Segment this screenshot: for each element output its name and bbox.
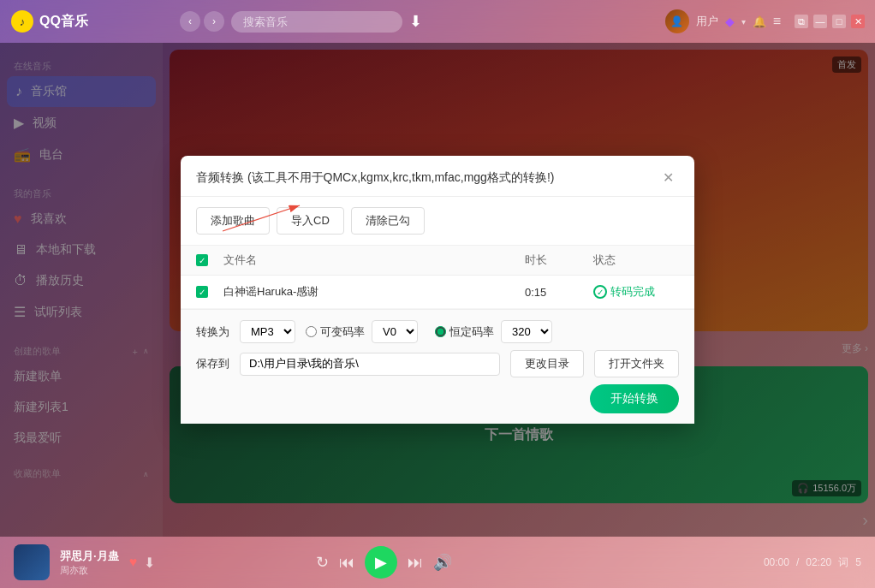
status-check-icon: ✓ bbox=[593, 285, 607, 299]
table-row: ✓ 白神谣Haruka-感谢 0:15 ✓ 转码完成 bbox=[181, 276, 694, 309]
window-controls: ⧉ — □ ✕ bbox=[795, 15, 865, 28]
player-action-icons: ♥ ⬇ bbox=[129, 555, 156, 571]
window-restore-button[interactable]: ⧉ bbox=[795, 15, 808, 28]
window-maximize-button[interactable]: □ bbox=[832, 15, 846, 28]
player-info: 羿思月·月蛊 周亦敌 bbox=[60, 549, 119, 577]
add-song-button[interactable]: 添加歌曲 bbox=[196, 207, 270, 235]
app-container: ♪ QQ音乐 ‹ › ⬇ 👤 用户 ◆ ▾ 🔔 ≡ ⧉ — □ ✕ bbox=[0, 0, 875, 588]
time-separator: / bbox=[796, 556, 799, 568]
player-controls: ↻ ⏮ ▶ ⏭ 🔊 bbox=[316, 546, 452, 579]
play-pause-button[interactable]: ▶ bbox=[365, 546, 397, 579]
status-text: 转码完成 bbox=[610, 284, 655, 300]
lyrics-button[interactable]: 词 bbox=[838, 555, 848, 570]
download-icon[interactable]: ⬇ bbox=[409, 12, 422, 31]
status-column-header: 状态 bbox=[593, 252, 679, 268]
nav-next-button[interactable]: › bbox=[204, 11, 224, 32]
constant-bitrate-radio[interactable] bbox=[435, 326, 446, 337]
modal-toolbar: 添加歌曲 导入CD 清除已勾 bbox=[181, 197, 694, 246]
import-cd-button[interactable]: 导入CD bbox=[277, 207, 344, 235]
qq-music-logo-icon: ♪ bbox=[10, 9, 34, 33]
status-badge: ✓ 转码完成 bbox=[593, 284, 679, 300]
window-minimize-button[interactable]: — bbox=[813, 15, 827, 28]
vip-diamond-icon[interactable]: ◆ bbox=[725, 15, 735, 28]
logo-area: ♪ QQ音乐 bbox=[10, 9, 173, 33]
time-total: 02:20 bbox=[806, 556, 831, 568]
audio-convert-modal: 音频转换 (该工具不用于QMCx,kgmx,krc,tkm,mfac,mgg格式… bbox=[181, 156, 694, 424]
change-dir-button[interactable]: 更改目录 bbox=[510, 350, 584, 377]
next-button[interactable]: ⏭ bbox=[408, 554, 423, 572]
row-duration: 0:15 bbox=[525, 286, 593, 299]
convert-to-label: 转换为 bbox=[196, 324, 229, 340]
start-convert-button[interactable]: 开始转换 bbox=[590, 384, 679, 413]
chevron-down-icon: ▾ bbox=[741, 17, 746, 27]
variable-bitrate-select[interactable]: V0 bbox=[372, 320, 418, 343]
download-song-icon[interactable]: ⬇ bbox=[144, 555, 155, 571]
player-bar: 羿思月·月蛊 周亦敌 ♥ ⬇ ↻ ⏮ ▶ ⏭ 🔊 00:00 / 02:20 词… bbox=[0, 537, 875, 588]
menu-icon[interactable]: ≡ bbox=[773, 14, 781, 29]
footer-actions: 开始转换 bbox=[196, 384, 679, 413]
title-bar-right: 👤 用户 ◆ ▾ 🔔 ≡ ⧉ — □ ✕ bbox=[665, 9, 865, 33]
constant-bitrate-label: 恒定码率 bbox=[449, 324, 494, 340]
open-folder-button[interactable]: 打开文件夹 bbox=[594, 350, 679, 377]
duration-column-header: 时长 bbox=[525, 252, 593, 268]
window-close-button[interactable]: ✕ bbox=[851, 15, 865, 28]
svg-text:♪: ♪ bbox=[20, 15, 26, 28]
row-filename: 白神谣Haruka-感谢 bbox=[223, 284, 525, 300]
format-row: 转换为 MP3 可变码率 V0 bbox=[196, 320, 679, 343]
clear-checked-button[interactable]: 清除已勾 bbox=[351, 207, 425, 235]
modal-title: 音频转换 (该工具不用于QMCx,kgmx,krc,tkm,mfac,mgg格式… bbox=[196, 170, 554, 186]
save-path-row: 保存到 更改目录 打开文件夹 bbox=[196, 350, 679, 377]
user-avatar: 👤 bbox=[665, 9, 689, 33]
select-all-checkbox[interactable]: ✓ bbox=[196, 254, 208, 266]
playlist-count-button[interactable]: 5 bbox=[855, 556, 861, 568]
app-logo-text: QQ音乐 bbox=[39, 13, 88, 31]
modal-close-button[interactable]: ✕ bbox=[658, 168, 679, 187]
modal-header: 音频转换 (该工具不用于QMCx,kgmx,krc,tkm,mfac,mgg格式… bbox=[181, 156, 694, 197]
volume-button[interactable]: 🔊 bbox=[433, 553, 452, 572]
time-current: 00:00 bbox=[764, 556, 789, 568]
like-icon[interactable]: ♥ bbox=[129, 555, 138, 570]
constant-bitrate-option[interactable]: 恒定码率 320 bbox=[435, 320, 552, 343]
bitrate-radio-group: 可变码率 V0 恒定码率 320 bbox=[306, 320, 552, 343]
filename-column-header: 文件名 bbox=[223, 252, 525, 268]
variable-bitrate-radio[interactable] bbox=[306, 326, 317, 337]
nav-prev-button[interactable]: ‹ bbox=[180, 11, 200, 32]
player-artist: 周亦敌 bbox=[60, 564, 119, 577]
modal-footer: 转换为 MP3 可变码率 V0 bbox=[181, 309, 694, 424]
player-song-title: 羿思月·月蛊 bbox=[60, 549, 119, 564]
row-checkbox-cell: ✓ bbox=[196, 286, 223, 298]
repeat-button[interactable]: ↻ bbox=[316, 553, 329, 572]
header-checkbox-cell: ✓ bbox=[196, 252, 223, 268]
save-to-label: 保存到 bbox=[196, 356, 229, 371]
constant-bitrate-select[interactable]: 320 bbox=[501, 320, 552, 343]
table-header: ✓ 文件名 时长 状态 bbox=[181, 246, 694, 276]
notification-icon[interactable]: 🔔 bbox=[753, 15, 766, 28]
variable-bitrate-label: 可变码率 bbox=[320, 324, 365, 340]
player-album-art bbox=[14, 544, 50, 580]
player-right: 00:00 / 02:20 词 5 bbox=[764, 555, 861, 570]
variable-bitrate-option[interactable]: 可变码率 V0 bbox=[306, 320, 418, 343]
title-bar: ♪ QQ音乐 ‹ › ⬇ 👤 用户 ◆ ▾ 🔔 ≡ ⧉ — □ ✕ bbox=[0, 0, 875, 43]
prev-button[interactable]: ⏮ bbox=[339, 554, 354, 572]
save-path-input[interactable] bbox=[240, 353, 500, 376]
row-checkbox[interactable]: ✓ bbox=[196, 286, 208, 298]
modal-overlay: 音频转换 (该工具不用于QMCx,kgmx,krc,tkm,mfac,mgg格式… bbox=[0, 43, 875, 537]
format-select[interactable]: MP3 bbox=[240, 320, 295, 343]
user-name: 用户 bbox=[696, 14, 718, 29]
search-input[interactable] bbox=[231, 11, 402, 33]
nav-arrows: ‹ › bbox=[180, 11, 224, 32]
modal-table: ✓ 文件名 时长 状态 ✓ 白神谣Haruka-感谢 0:15 ✓ 转码完成 bbox=[181, 246, 694, 309]
